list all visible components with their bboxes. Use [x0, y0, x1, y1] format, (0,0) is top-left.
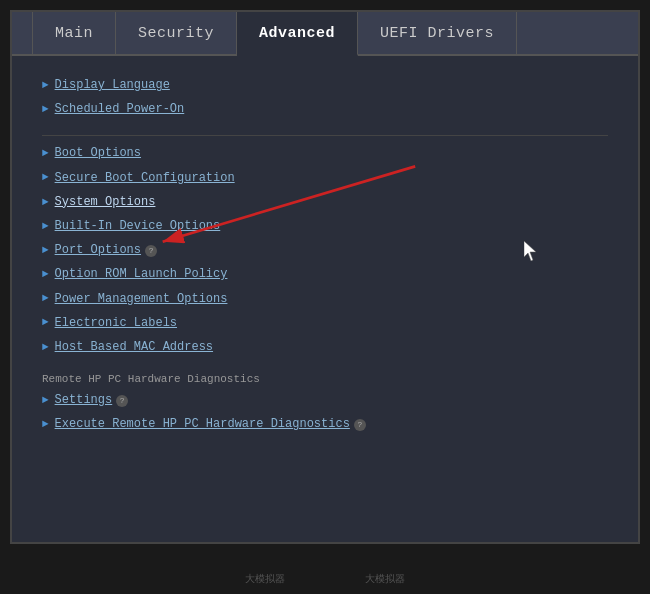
menu-item-option-rom[interactable]: ► Option ROM Launch Policy	[42, 265, 608, 284]
arrow-icon-electronic-labels: ►	[42, 314, 49, 332]
section-remote-diagnostics: Remote HP PC Hardware Diagnostics ► Sett…	[42, 373, 608, 434]
bios-screen: Main Security Advanced UEFI Drivers ► Di…	[10, 10, 640, 544]
watermark-bar: 大模拟器 大模拟器	[0, 572, 650, 586]
arrow-icon-display-language: ►	[42, 77, 49, 95]
menu-label-display-language: Display Language	[55, 76, 170, 95]
menu-label-system-options: System Options	[55, 193, 156, 212]
menu-label-settings: Settings	[55, 391, 113, 410]
arrow-icon-built-in-device: ►	[42, 218, 49, 236]
menu-label-execute-remote: Execute Remote HP PC Hardware Diagnostic…	[55, 415, 350, 434]
menu-label-power-management-options: Power Management Options	[55, 290, 228, 309]
tab-advanced[interactable]: Advanced	[237, 12, 358, 56]
section-boot: ► Boot Options ► Secure Boot Configurati…	[42, 144, 608, 357]
menu-item-display-language[interactable]: ► Display Language	[42, 76, 608, 95]
tab-main-label: Main	[55, 25, 93, 42]
menu-item-scheduled-power-on[interactable]: ► Scheduled Power-On	[42, 100, 608, 119]
tab-advanced-label: Advanced	[259, 25, 335, 42]
section-label-remote: Remote HP PC Hardware Diagnostics	[42, 373, 608, 385]
divider-1	[42, 135, 608, 136]
menu-label-electronic-labels: Electronic Labels	[55, 314, 177, 333]
menu-item-secure-boot-configuration[interactable]: ► Secure Boot Configuration	[42, 169, 608, 188]
arrow-icon-system-options: ►	[42, 194, 49, 212]
menu-label-scheduled-power-on: Scheduled Power-On	[55, 100, 185, 119]
menu-item-power-management[interactable]: ► Power Management Options	[42, 290, 608, 309]
arrow-icon-port-options: ►	[42, 242, 49, 260]
tab-uefi-drivers-label: UEFI Drivers	[380, 25, 494, 42]
info-icon-settings: ?	[116, 395, 128, 407]
menu-item-electronic-labels[interactable]: ► Electronic Labels	[42, 314, 608, 333]
watermark-right: 大模拟器	[365, 572, 405, 586]
menu-item-host-based-mac[interactable]: ► Host Based MAC Address	[42, 338, 608, 357]
arrow-icon-settings: ►	[42, 392, 49, 410]
menu-item-built-in-device-options[interactable]: ► Built-In Device Options	[42, 217, 608, 236]
menu-label-host-based-mac-address: Host Based MAC Address	[55, 338, 213, 357]
menu-label-option-rom-launch-policy: Option ROM Launch Policy	[55, 265, 228, 284]
menu-item-port-options[interactable]: ► Port Options ?	[42, 241, 608, 260]
arrow-icon-boot-options: ►	[42, 145, 49, 163]
tab-security[interactable]: Security	[116, 12, 237, 54]
section-display: ► Display Language ► Scheduled Power-On	[42, 76, 608, 119]
tab-uefi-drivers[interactable]: UEFI Drivers	[358, 12, 517, 54]
menu-label-boot-options: Boot Options	[55, 144, 141, 163]
arrow-icon-scheduled-power-on: ►	[42, 101, 49, 119]
menu-label-port-options: Port Options	[55, 241, 141, 260]
arrow-icon-secure-boot: ►	[42, 169, 49, 187]
menu-item-system-options[interactable]: ► System Options	[42, 193, 608, 212]
info-icon-execute-remote: ?	[354, 419, 366, 431]
arrow-icon-host-based-mac: ►	[42, 339, 49, 357]
content-area: ► Display Language ► Scheduled Power-On …	[12, 56, 638, 542]
info-icon-port-options: ?	[145, 245, 157, 257]
tab-bar: Main Security Advanced UEFI Drivers	[12, 12, 638, 56]
menu-label-built-in-device-options: Built-In Device Options	[55, 217, 221, 236]
menu-item-execute-remote[interactable]: ► Execute Remote HP PC Hardware Diagnost…	[42, 415, 608, 434]
tab-main[interactable]: Main	[32, 12, 116, 54]
arrow-icon-execute-remote: ►	[42, 416, 49, 434]
menu-item-settings[interactable]: ► Settings ?	[42, 391, 608, 410]
menu-label-secure-boot-configuration: Secure Boot Configuration	[55, 169, 235, 188]
watermark-left: 大模拟器	[245, 572, 285, 586]
menu-item-boot-options[interactable]: ► Boot Options	[42, 144, 608, 163]
tab-security-label: Security	[138, 25, 214, 42]
arrow-icon-option-rom: ►	[42, 266, 49, 284]
arrow-icon-power-management: ►	[42, 290, 49, 308]
